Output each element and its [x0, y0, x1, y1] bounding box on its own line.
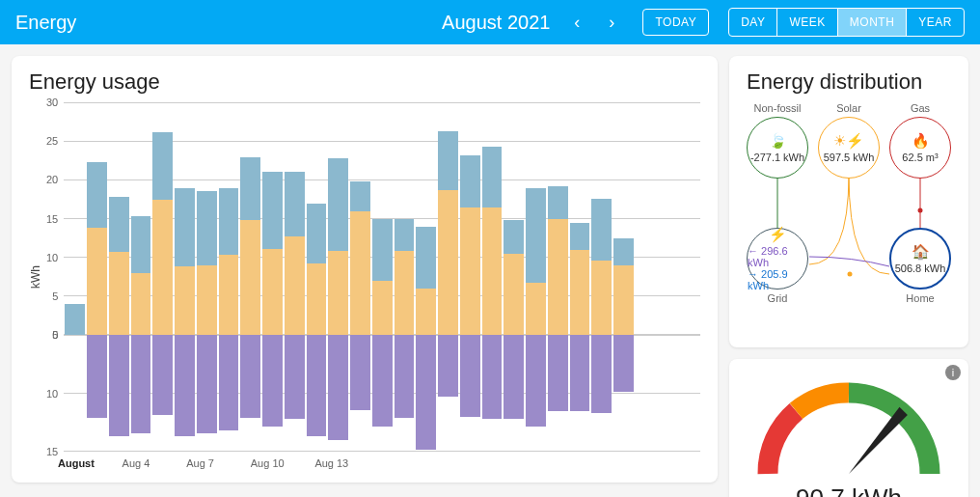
energy-distribution-card: Energy distribution Non-fossil 🍃 -277.1 …: [729, 56, 968, 347]
info-icon[interactable]: i: [945, 365, 961, 380]
chart-bars: [64, 102, 700, 452]
bar-day: [109, 102, 129, 452]
app-bar: Energy August 2021 ‹ › TODAY DAY WEEK MO…: [0, 0, 980, 44]
solar-value: 597.5 kWh: [824, 152, 875, 163]
solar-icon: ☀⚡: [833, 132, 864, 150]
page-title: Energy: [15, 12, 430, 34]
y-axis: 30252015105051015: [46, 102, 64, 452]
bar-day: [504, 102, 524, 452]
solar-label: Solar: [836, 102, 861, 114]
gauge-card: i 90.7 kWh Net returned to the grid: [729, 359, 968, 497]
bar-day: [65, 102, 85, 452]
energy-distribution-title: Energy distribution: [747, 69, 951, 95]
node-nonfossil: Non-fossil 🍃 -277.1 kWh: [747, 102, 808, 179]
bar-day: [307, 102, 327, 452]
bar-day: [658, 102, 678, 452]
bar-day: [591, 102, 612, 452]
range-segmented: DAY WEEK MONTH YEAR: [728, 8, 965, 37]
home-value: 506.8 kWh: [895, 262, 946, 274]
bar-day: [350, 102, 370, 452]
date-label: August 2021: [442, 12, 550, 34]
range-day[interactable]: DAY: [729, 9, 777, 36]
node-solar: Solar ☀⚡ 597.5 kWh: [818, 102, 880, 179]
today-button[interactable]: TODAY: [642, 9, 709, 36]
grid-out-value: ← 296.6 kWh: [748, 245, 807, 268]
bar-day: [240, 102, 260, 452]
bar-day: [460, 102, 480, 452]
grid-in-value: → 205.9 kWh: [748, 268, 807, 291]
gas-value: 62.5 m³: [902, 152, 938, 163]
leaf-icon: 🍃: [769, 132, 787, 150]
bar-day: [395, 102, 415, 452]
node-grid: ⚡ ← 296.6 kWh → 205.9 kWh Grid: [747, 228, 808, 304]
flame-icon: 🔥: [912, 132, 930, 150]
bar-day: [613, 102, 634, 452]
energy-usage-card: Energy usage kWh 30252015105051015 Augus…: [12, 56, 718, 483]
nonfossil-value: -277.1 kWh: [750, 152, 804, 163]
bar-day: [328, 102, 348, 452]
node-gas: Gas 🔥 62.5 m³: [889, 102, 951, 179]
svg-marker-2: [849, 407, 908, 474]
distribution-diagram: Non-fossil 🍃 -277.1 kWh Solar ☀⚡ 597.5 k…: [747, 102, 951, 334]
gas-label: Gas: [911, 102, 930, 114]
node-home: 🏠 506.8 kWh Home: [889, 228, 951, 304]
range-week[interactable]: WEEK: [777, 9, 837, 36]
energy-usage-chart: kWh 30252015105051015 AugustAug 4Aug 7Au…: [29, 102, 700, 469]
bar-day: [679, 102, 699, 452]
range-month[interactable]: MONTH: [838, 9, 908, 36]
bar-day: [482, 102, 503, 452]
gauge: [748, 373, 950, 493]
bar-day: [416, 102, 436, 452]
bar-day: [175, 102, 195, 452]
bar-day: [372, 102, 393, 452]
prev-button[interactable]: ‹: [565, 9, 588, 36]
y-axis-unit: kWh: [29, 265, 42, 289]
next-button[interactable]: ›: [600, 9, 623, 36]
bar-day: [152, 102, 173, 452]
svg-point-0: [918, 208, 923, 213]
grid-label: Grid: [768, 292, 788, 304]
bar-day: [285, 102, 305, 452]
bar-day: [219, 102, 239, 452]
bar-day: [262, 102, 283, 452]
transmission-tower-icon: ⚡: [769, 226, 787, 243]
bar-day: [636, 102, 656, 452]
bar-day: [197, 102, 217, 452]
bar-day: [526, 102, 546, 452]
bar-day: [548, 102, 568, 452]
bar-day: [131, 102, 151, 452]
x-axis: AugustAug 4Aug 7Aug 10Aug 13: [29, 457, 700, 469]
nonfossil-label: Non-fossil: [754, 102, 802, 114]
range-year[interactable]: YEAR: [907, 9, 964, 36]
bar-day: [438, 102, 458, 452]
home-label: Home: [906, 292, 934, 304]
bar-day: [87, 102, 107, 452]
bar-day: [570, 102, 590, 452]
svg-point-1: [848, 272, 853, 277]
home-icon: 🏠: [912, 243, 930, 261]
energy-usage-title: Energy usage: [29, 69, 700, 95]
